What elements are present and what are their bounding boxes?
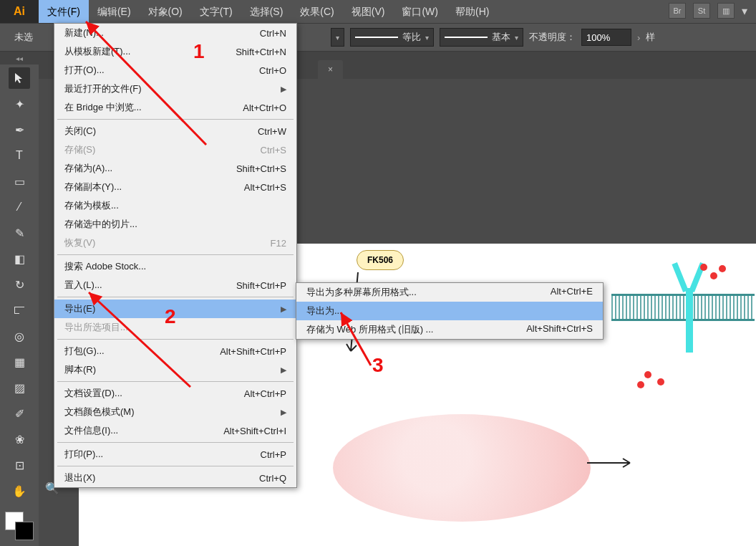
type-tool[interactable]: T	[9, 145, 30, 166]
menu-item[interactable]: 文档颜色模式(M)▶	[54, 403, 296, 421]
submenu-item[interactable]: 导出为多种屏幕所用格式...Alt+Ctrl+E	[296, 283, 603, 302]
menu-视图[interactable]: 视图(V)	[343, 0, 394, 23]
svg-line-2	[341, 312, 371, 365]
annotation-1: 1	[193, 40, 205, 63]
style-label: 样	[646, 31, 655, 44]
search-icon[interactable]: ▾	[742, 4, 747, 18]
menu-效果[interactable]: 效果(C)	[291, 0, 342, 23]
magic-wand-tool[interactable]: ✦	[9, 93, 30, 115]
annotation-arrow-2	[83, 287, 205, 394]
menu-item[interactable]: 存储为(A)...Shift+Ctrl+S	[54, 159, 296, 178]
submenu-arrow-icon: ▶	[281, 408, 286, 417]
submenu-arrow-icon: ▶	[281, 365, 286, 375]
menu-选择[interactable]: 选择(S)	[241, 0, 292, 23]
menu-item[interactable]: 文件信息(I)...Alt+Shift+Ctrl+I	[54, 421, 296, 440]
rotate-tool[interactable]: ↻	[9, 274, 30, 295]
close-tab-icon[interactable]: ×	[328, 64, 333, 75]
stroke-basic-dropdown[interactable]: 基本▾	[440, 28, 523, 47]
toolbar-handle[interactable]: ◂◂	[0, 52, 39, 64]
submenu-arrow-icon: ▶	[281, 305, 286, 314]
cell-nucleus-shape	[333, 414, 591, 522]
hand-tool[interactable]: ✋	[9, 480, 30, 502]
bridge-button[interactable]: Br	[669, 3, 686, 19]
menu-item[interactable]: 打印(P)...Ctrl+P	[54, 445, 296, 464]
annotation-3: 3	[372, 354, 384, 377]
menu-帮助[interactable]: 帮助(H)	[447, 0, 498, 23]
eraser-tool[interactable]: ◧	[9, 248, 30, 269]
svg-line-0	[86, 21, 206, 145]
chevron-right-icon[interactable]: ›	[637, 32, 640, 43]
pencil-tool[interactable]: ✎	[9, 222, 30, 244]
menu-item[interactable]: 搜索 Adobe Stock...	[54, 257, 296, 276]
annotation-arrow-1	[77, 16, 220, 152]
stroke-proportional-dropdown[interactable]: 等比▾	[350, 28, 434, 47]
pen-tool[interactable]: ✒	[9, 119, 30, 140]
eyedropper-tool[interactable]: ✐	[9, 403, 30, 424]
opacity-label: 不透明度：	[529, 31, 576, 44]
menu-窗口[interactable]: 窗口(W)	[393, 0, 447, 23]
menu-item[interactable]: 存储副本(Y)...Alt+Ctrl+S	[54, 178, 296, 196]
submenu-arrow-icon: ▶	[281, 85, 286, 94]
paintbrush-tool[interactable]: ⁄	[9, 196, 30, 218]
shape-builder-tool[interactable]: ◎	[9, 325, 30, 347]
menu-item[interactable]: 退出(X)Ctrl+Q	[54, 469, 296, 487]
menu-item[interactable]: 存储为模板...	[54, 196, 296, 215]
selection-status: 未选	[14, 31, 33, 44]
symbol-sprayer-tool[interactable]: ❀	[9, 428, 30, 450]
menu-item[interactable]: 存储选中的切片...	[54, 215, 296, 234]
opacity-input[interactable]: 100%	[581, 29, 631, 46]
pathway-arrow-right	[587, 456, 637, 470]
stock-button[interactable]: St	[693, 3, 710, 19]
top-right-panel: Br St ▥ ▾	[669, 3, 747, 19]
app-logo: Ai	[0, 0, 39, 23]
mesh-tool[interactable]: ▨	[9, 377, 30, 398]
width-tool[interactable]: ⫍	[9, 300, 30, 321]
menu-item: 恢复(V)F12	[54, 234, 296, 252]
annotation-2: 2	[165, 305, 176, 328]
color-swatch[interactable]	[5, 512, 34, 540]
dropdown-arrow-icon[interactable]: ▾	[331, 28, 344, 47]
selection-tool[interactable]	[9, 67, 30, 89]
left-toolbar: ◂◂ ✦ ✒ T ▭ ⁄ ✎ ◧ ↻ ⫍ ◎ ▦ ▨ ✐ ❀ ⊡ ✋ 🔍	[0, 52, 39, 546]
rectangle-tool[interactable]: ▭	[9, 171, 30, 192]
artboard-tool[interactable]: ⊡	[9, 454, 30, 476]
workspace-switcher[interactable]: ▥	[717, 3, 735, 19]
receptor-shape	[673, 259, 704, 353]
annotation-arrow-3	[335, 308, 378, 373]
perspective-grid-tool[interactable]: ▦	[9, 351, 30, 373]
document-tab[interactable]: ×	[318, 60, 343, 79]
fk506-label: FK506	[357, 250, 404, 270]
